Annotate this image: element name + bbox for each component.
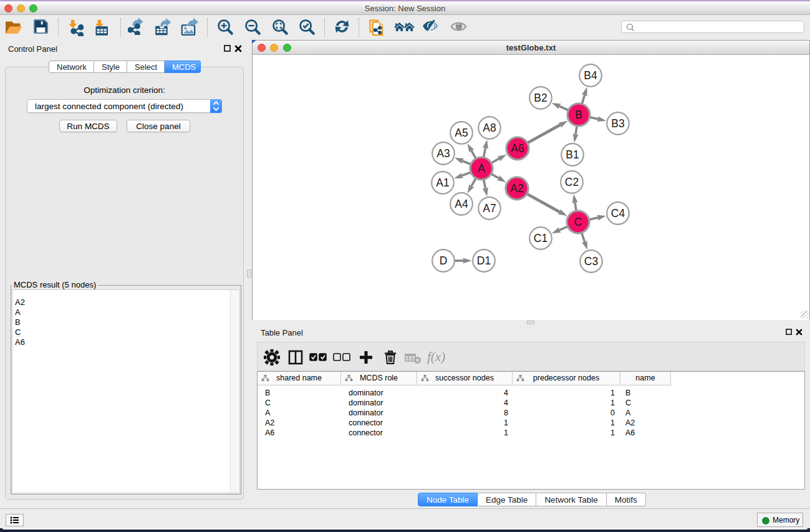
svg-text:C: C bbox=[574, 216, 582, 228]
svg-text:A8: A8 bbox=[483, 122, 496, 134]
svg-text:A: A bbox=[478, 162, 485, 175]
svg-text:C2: C2 bbox=[565, 176, 579, 188]
svg-text:A5: A5 bbox=[455, 127, 468, 139]
svg-text:A6: A6 bbox=[511, 142, 524, 155]
svg-text:A2: A2 bbox=[510, 182, 523, 195]
svg-text:B: B bbox=[575, 109, 582, 121]
svg-text:B1: B1 bbox=[566, 148, 579, 161]
svg-text:A3: A3 bbox=[436, 147, 450, 160]
svg-text:A7: A7 bbox=[483, 202, 496, 215]
svg-text:A1: A1 bbox=[436, 177, 449, 189]
svg-text:D: D bbox=[440, 254, 448, 267]
svg-text:C1: C1 bbox=[534, 232, 547, 244]
svg-text:B4: B4 bbox=[584, 69, 597, 82]
svg-text:C3: C3 bbox=[584, 255, 598, 268]
svg-text:C4: C4 bbox=[611, 207, 625, 220]
svg-text:D1: D1 bbox=[477, 254, 491, 267]
svg-text:B3: B3 bbox=[611, 117, 624, 130]
svg-text:B2: B2 bbox=[534, 92, 547, 104]
svg-text:A4: A4 bbox=[455, 198, 468, 210]
